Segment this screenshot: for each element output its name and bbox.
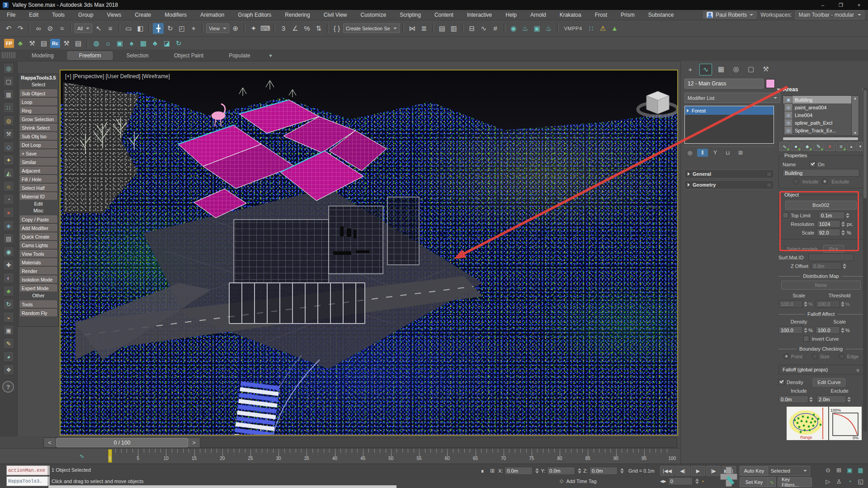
boundary-radio[interactable] <box>839 353 845 359</box>
toggle-layer-explorer-icon[interactable]: ▥ <box>448 23 459 34</box>
edit-named-selection-sets-icon[interactable]: { } <box>331 23 342 34</box>
menu-item[interactable]: Scripting <box>393 10 428 20</box>
side-tool-hammer-icon[interactable]: ⚒ <box>3 128 14 139</box>
z-coordinate-field[interactable]: 0.0m <box>590 467 618 475</box>
spinner[interactable] <box>841 301 844 307</box>
spinner[interactable] <box>843 263 846 269</box>
side-tool-diamond-icon[interactable]: ◇ <box>3 141 14 152</box>
menu-item[interactable]: Tools <box>45 10 71 20</box>
scale-field[interactable]: 92.0 <box>817 229 840 236</box>
area-list-item[interactable]: ◎Line004 <box>783 111 851 119</box>
rappatools-row[interactable]: Expert Mode <box>20 284 57 292</box>
maximize-viewport-toggle-icon[interactable]: ◱ <box>856 477 865 486</box>
fg-include-field[interactable]: 0.0m <box>778 395 808 403</box>
x-coordinate-field[interactable]: 0.0m <box>505 467 533 475</box>
rappatools-row[interactable]: Similar <box>20 158 57 166</box>
rendered-frame-window-icon[interactable]: ▣ <box>532 23 542 34</box>
workspace-dropdown[interactable]: Main Toolbar - modular <box>795 10 864 19</box>
rappatools-row[interactable]: Fill / Hole <box>20 175 57 183</box>
menu-item[interactable]: Modifiers <box>158 10 193 20</box>
viewport-label[interactable]: [+] [Perspective] [User Defined] [Wirefr… <box>65 73 170 80</box>
dm-scale-field[interactable]: 100.0 <box>778 300 803 308</box>
light-lister-icon[interactable]: ◍ <box>91 38 102 49</box>
zoom-icon[interactable]: ⊙ <box>824 466 832 474</box>
add-paint-area-icon[interactable]: ✎ <box>813 142 824 151</box>
auto-key-button[interactable]: Auto Key <box>740 466 769 476</box>
hierarchy-tab[interactable]: ▦ <box>715 64 727 75</box>
area-list-item[interactable]: ◎spline_path_Excl <box>783 119 851 127</box>
rappatools-row[interactable]: Ring <box>20 107 57 114</box>
menu-item[interactable]: Edit <box>22 10 45 20</box>
align-icon[interactable]: ≣ <box>419 23 429 34</box>
rappatools-row[interactable]: Add Modifier <box>20 224 57 232</box>
render-setup-icon[interactable]: ♨ <box>520 23 531 34</box>
rappatools-row[interactable]: Copy / Paste <box>20 216 57 223</box>
side-tool-pie-icon[interactable]: ◕ <box>3 351 14 362</box>
side-tool-dots-icon[interactable]: ∷ <box>3 102 14 113</box>
fa-scale-field[interactable]: 100.0 <box>816 326 840 334</box>
railclone-library-icon[interactable]: ▤ <box>73 38 84 49</box>
mirror-icon[interactable]: ⋈ <box>407 23 418 34</box>
curve-editor-icon[interactable]: ∿ <box>478 23 489 34</box>
rappatools-row[interactable]: Loop <box>20 98 57 106</box>
select-and-link-icon[interactable]: ∞ <box>33 23 44 34</box>
rappatools-row[interactable]: Tools <box>20 300 57 308</box>
menu-item[interactable]: File <box>0 10 22 20</box>
boundary-radio[interactable] <box>783 353 789 359</box>
command-panel-scrollbar[interactable] <box>863 88 867 432</box>
zoom-extents-all-icon[interactable]: ▦ <box>856 466 865 474</box>
pin-stack-icon[interactable]: ◎ <box>684 149 695 157</box>
expand-chevron-icon[interactable]: » <box>855 368 862 371</box>
next-frame-arrow[interactable]: > <box>188 438 200 447</box>
menu-item[interactable]: Content <box>428 10 460 20</box>
mini-curve-editor-icon[interactable]: ∿ <box>76 451 88 460</box>
maximize-button[interactable]: ❐ <box>832 0 850 10</box>
undo-icon[interactable]: ↶ <box>3 23 14 34</box>
object-color-swatch[interactable] <box>766 79 775 88</box>
menu-item[interactable]: Frost <box>588 10 614 20</box>
surf-mat-id-field[interactable] <box>808 253 854 261</box>
area-list-item[interactable]: ◉Building <box>783 96 851 103</box>
menu-item[interactable]: Animation <box>193 10 231 20</box>
menu-item[interactable]: Prism <box>614 10 642 20</box>
add-object-area-icon[interactable]: ● <box>791 142 801 151</box>
spinner-snap-toggle-icon[interactable]: ⇅ <box>313 23 324 34</box>
ribbon-overflow-icon[interactable]: ▾ <box>269 52 272 59</box>
object-pick-button[interactable]: Box002 <box>785 201 857 210</box>
side-tool-tree-icon[interactable]: ♣ <box>3 286 14 296</box>
rappatools-row[interactable]: Quick Create <box>20 233 57 240</box>
spinner[interactable] <box>620 468 624 474</box>
spinner[interactable] <box>578 468 581 474</box>
side-tool-sphere-icon[interactable]: ◍ <box>3 115 14 126</box>
show-end-result-icon[interactable]: ‖ <box>697 149 708 157</box>
areas-rollout-header[interactable]: Areas ∷ <box>777 85 865 94</box>
area-name-field[interactable]: Building <box>783 169 859 177</box>
help-icon[interactable]: ? <box>2 381 14 393</box>
area-list-item[interactable]: ◎paint_area004 <box>783 103 851 111</box>
arnold-icon[interactable]: ▲ <box>609 23 620 34</box>
schematic-view-icon[interactable]: # <box>490 23 501 34</box>
boundary-radio[interactable] <box>812 353 818 359</box>
previous-frame-button[interactable]: ◀| <box>675 466 690 476</box>
time-slider-rest[interactable] <box>200 438 677 447</box>
rappatools-row[interactable]: Select Half <box>20 184 57 192</box>
utilities-tab[interactable]: ⚒ <box>760 64 772 75</box>
warning-icon[interactable]: ⚠ <box>598 23 609 34</box>
rollout-header[interactable]: General∷ <box>684 169 774 178</box>
rappatools-row[interactable]: Sub Obj Iso <box>20 132 57 140</box>
make-unique-icon[interactable]: Y <box>710 149 721 157</box>
forest-tools-icon[interactable]: ⚒ <box>27 38 38 49</box>
rappatools-row[interactable]: Grow Selection <box>20 115 57 123</box>
spinner[interactable] <box>804 301 807 307</box>
side-tool-ball-icon[interactable]: ● <box>3 207 14 218</box>
forest-scatter-icon[interactable]: ♣ <box>150 38 160 49</box>
side-tool-prism-icon[interactable]: ◭ <box>3 168 14 178</box>
rappatools-row[interactable]: Sub Object <box>20 89 57 97</box>
select-and-move-icon[interactable]: ╋ <box>153 23 164 34</box>
top-limit-field[interactable]: 0.1m <box>819 211 845 219</box>
menu-item[interactable]: Group <box>71 10 100 20</box>
unlink-selection-icon[interactable]: ⊘ <box>45 23 56 34</box>
side-tool-list-icon[interactable]: ▤ <box>3 233 14 244</box>
pick-button[interactable]: Pick <box>823 245 844 253</box>
fa-density-field[interactable]: 100.0 <box>778 326 803 334</box>
